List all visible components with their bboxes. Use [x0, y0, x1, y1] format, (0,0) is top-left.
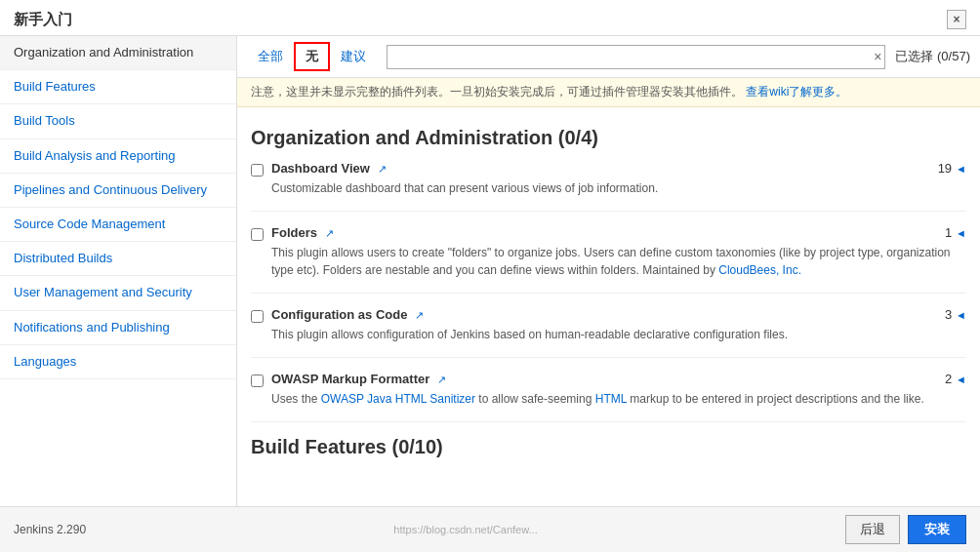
content-area: 全部 无 建议 × 已选择 (0/57) 注意，这里并未显示完整的插件列表。一旦… — [237, 36, 980, 506]
plugin-name-owasp-formatter: OWASP Markup Formatter — [271, 372, 429, 386]
plugin-name-folders: Folders — [271, 225, 317, 240]
plugin-item-config-as-code: Configuration as Code ↗ 3 ◄ This plugin … — [251, 307, 966, 358]
plugin-checkbox-config-as-code[interactable] — [251, 310, 264, 323]
window-title: 新手入门 — [14, 11, 72, 29]
plugin-checkbox-owasp-formatter[interactable] — [251, 375, 264, 387]
plugin-checkbox-dashboard-view[interactable] — [251, 164, 264, 177]
footer-bar: Jenkins 2.290 https://blog.csdn.net/Canf… — [0, 506, 980, 552]
section1-title: Organization and Administration (0/4) — [251, 127, 966, 149]
count-arrow-owasp-formatter: ◄ — [956, 374, 966, 385]
sidebar-item-build-tools[interactable]: Build Tools — [0, 104, 236, 138]
sidebar-item-build-features[interactable]: Build Features — [0, 70, 236, 104]
plugin-item-dashboard-view: Dashboard View ↗ 19 ◄ Customizable dashb… — [251, 161, 966, 212]
tab-none[interactable]: 无 — [294, 42, 330, 71]
plugin-list: Organization and Administration (0/4) Da… — [237, 107, 980, 506]
plugin-count-config-as-code: 3 ◄ — [945, 307, 966, 322]
sidebar-item-user-mgmt[interactable]: User Management and Security — [0, 276, 236, 310]
footer-buttons: 后退 安装 — [845, 515, 966, 544]
html-link[interactable]: HTML — [595, 392, 627, 406]
count-arrow-config-as-code: ◄ — [956, 309, 966, 321]
search-container: × — [387, 45, 885, 69]
plugin-link-icon-config-as-code[interactable]: ↗ — [415, 309, 424, 321]
plugin-link-icon-folders[interactable]: ↗ — [325, 227, 334, 239]
count-arrow-dashboard-view: ◄ — [956, 163, 966, 175]
sidebar-item-pipelines[interactable]: Pipelines and Continuous Delivery — [0, 174, 236, 208]
count-arrow-folders: ◄ — [956, 227, 966, 239]
plugin-checkbox-folders[interactable] — [251, 228, 264, 241]
plugin-desc-dashboard-view: Customizable dashboard that can present … — [271, 179, 966, 197]
plugin-name-dashboard-view: Dashboard View — [271, 161, 370, 176]
tab-recommended[interactable]: 建议 — [330, 43, 377, 70]
plugin-desc-config-as-code: This plugin allows configuration of Jenk… — [271, 326, 966, 343]
tab-bar: 全部 无 建议 × 已选择 (0/57) — [237, 36, 980, 78]
sidebar-item-source-code[interactable]: Source Code Management — [0, 208, 236, 242]
plugin-count-folders: 1 ◄ — [945, 225, 966, 240]
wiki-link[interactable]: 查看wiki了解更多。 — [746, 85, 847, 99]
sidebar-item-notifications[interactable]: Notifications and Publishing — [0, 311, 236, 345]
sidebar-item-org-admin[interactable]: Organization and Administration — [0, 36, 236, 70]
close-button[interactable]: × — [947, 10, 966, 29]
plugin-item-owasp-formatter: OWASP Markup Formatter ↗ 2 ◄ Uses the OW… — [251, 372, 966, 422]
tab-all[interactable]: 全部 — [247, 43, 294, 70]
plugin-count-dashboard-view: 19 ◄ — [938, 161, 966, 176]
plugin-details-folders: Folders ↗ 1 ◄ This plugin allows users t… — [271, 225, 966, 279]
plugin-item-folders: Folders ↗ 1 ◄ This plugin allows users t… — [251, 225, 966, 294]
plugin-link-icon-dashboard-view[interactable]: ↗ — [378, 163, 387, 175]
plugin-details-owasp-formatter: OWASP Markup Formatter ↗ 2 ◄ Uses the OW… — [271, 372, 966, 408]
plugin-desc-owasp-formatter: Uses the OWASP Java HTML Sanitizer to al… — [271, 390, 966, 408]
sidebar-item-languages[interactable]: Languages — [0, 345, 236, 379]
plugin-details-dashboard-view: Dashboard View ↗ 19 ◄ Customizable dashb… — [271, 161, 966, 197]
footer-url: https://blog.csdn.net/Canfew... — [393, 524, 537, 535]
jenkins-version: Jenkins 2.290 — [14, 523, 86, 536]
plugin-name-config-as-code: Configuration as Code — [271, 307, 407, 322]
plugin-count-owasp-formatter: 2 ◄ — [945, 372, 966, 386]
plugin-link-icon-owasp-formatter[interactable]: ↗ — [437, 374, 446, 385]
owasp-java-link[interactable]: OWASP Java HTML Sanitizer — [321, 392, 475, 406]
search-input[interactable] — [387, 45, 885, 69]
notice-bar: 注意，这里并未显示完整的插件列表。一旦初始安装完成后，可通过插件管理器安装其他插… — [237, 78, 980, 107]
sidebar-item-build-analysis[interactable]: Build Analysis and Reporting — [0, 139, 236, 174]
plugin-desc-folders: This plugin allows users to create "fold… — [271, 244, 966, 279]
cloudbees-link[interactable]: CloudBees, Inc. — [718, 263, 801, 277]
sidebar: Organization and Administration Build Fe… — [0, 36, 237, 506]
search-clear-button[interactable]: × — [874, 49, 881, 64]
back-button[interactable]: 后退 — [845, 515, 900, 544]
install-button[interactable]: 安装 — [908, 515, 966, 544]
selected-count: 已选择 (0/57) — [895, 48, 970, 65]
sidebar-item-distributed[interactable]: Distributed Builds — [0, 242, 236, 276]
plugin-details-config-as-code: Configuration as Code ↗ 3 ◄ This plugin … — [271, 307, 966, 343]
section2-title: Build Features (0/10) — [251, 436, 966, 464]
